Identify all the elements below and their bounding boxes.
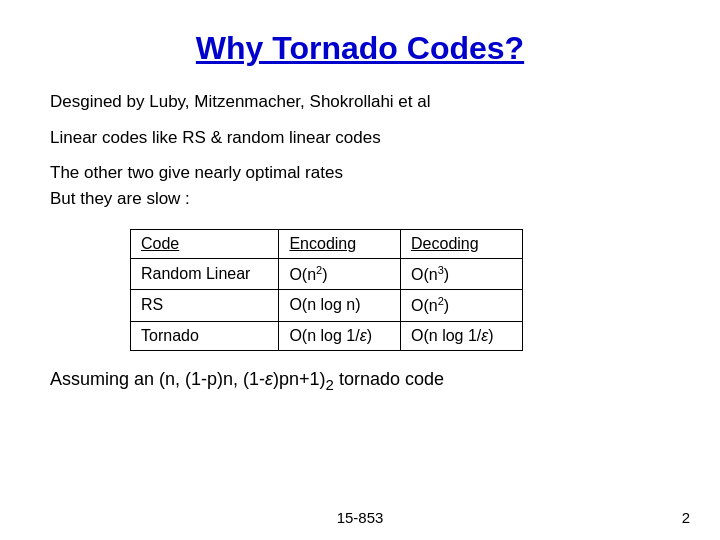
table-row-random-linear: Random Linear O(n2) O(n3)	[131, 259, 523, 290]
comparison-table: Code Encoding Decoding Random Linear O(n…	[130, 229, 523, 351]
paragraph-3: The other two give nearly optimal ratesB…	[50, 160, 670, 211]
cell-tornado-decoding: O(n log 1/ε)	[401, 321, 523, 350]
cell-random-linear-encoding: O(n2)	[279, 259, 401, 290]
table-row-rs: RS O(n log n) O(n2)	[131, 290, 523, 321]
page-number: 2	[682, 509, 690, 526]
cell-random-linear-decoding: O(n3)	[401, 259, 523, 290]
cell-tornado-name: Tornado	[131, 321, 279, 350]
cell-random-linear-name: Random Linear	[131, 259, 279, 290]
comparison-table-wrapper: Code Encoding Decoding Random Linear O(n…	[130, 229, 670, 351]
col-decoding-header: Decoding	[401, 230, 523, 259]
paragraph-1: Desgined by Luby, Mitzenmacher, Shokroll…	[50, 89, 670, 115]
cell-tornado-encoding: O(n log 1/ε)	[279, 321, 401, 350]
col-encoding-header: Encoding	[279, 230, 401, 259]
cell-rs-name: RS	[131, 290, 279, 321]
cell-rs-encoding: O(n log n)	[279, 290, 401, 321]
col-code-header: Code	[131, 230, 279, 259]
table-header-row: Code Encoding Decoding	[131, 230, 523, 259]
bottom-text: Assuming an (n, (1-p)n, (1-ε)pn+1)2 torn…	[50, 369, 670, 393]
footer-text: 15-853	[0, 509, 720, 526]
cell-rs-decoding: O(n2)	[401, 290, 523, 321]
paragraph-2: Linear codes like RS & random linear cod…	[50, 125, 670, 151]
table-row-tornado: Tornado O(n log 1/ε) O(n log 1/ε)	[131, 321, 523, 350]
slide-title: Why Tornado Codes?	[50, 30, 670, 67]
